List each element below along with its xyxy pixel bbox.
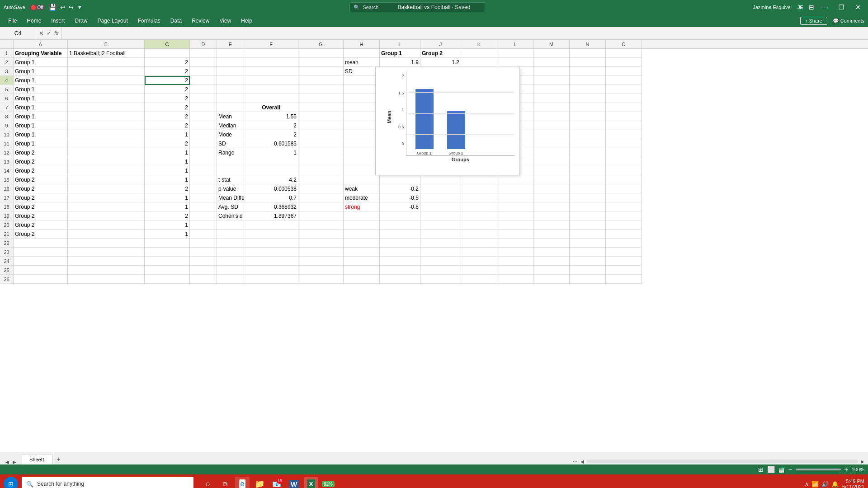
menu-data[interactable]: Data [166,16,186,26]
autosave-toggle[interactable]: 🔴 Off [29,5,45,10]
cell-a3[interactable]: Group 1 [14,67,68,76]
cell-c2[interactable]: 2 [145,58,190,67]
scrollbar-track[interactable] [587,460,858,463]
cell-d1[interactable] [190,49,217,58]
cell-i2[interactable]: 1.9 [380,58,420,67]
col-header-i[interactable]: I [380,40,420,48]
page-layout-icon[interactable]: ⬜ [767,466,775,473]
col-header-d[interactable]: D [190,40,217,48]
cell-b1[interactable]: 1 Basketball; 2 Football [68,49,145,58]
cell-a1[interactable]: Grouping Variable [14,49,68,58]
cell-k1[interactable] [461,49,497,58]
col-header-j[interactable]: J [420,40,461,48]
col-header-e[interactable]: E [217,40,244,48]
cell-b2[interactable] [68,58,145,67]
cell-a2[interactable]: Group 1 [14,58,68,67]
cell-e2[interactable] [217,58,244,67]
cell-e3[interactable] [217,67,244,76]
chart-object[interactable]: Mean 2 1.5 1 0.5 0 [375,67,520,175]
cell-e1[interactable] [217,49,244,58]
zoom-in-icon[interactable]: + [844,466,848,473]
cell-f2[interactable] [244,58,298,67]
word-icon[interactable]: W [287,477,301,488]
battery-icon[interactable]: 82% [321,477,335,488]
cell-d3[interactable] [190,67,217,76]
cell-g1[interactable] [298,49,344,58]
cell-h2[interactable]: mean [344,58,380,67]
volume-icon[interactable]: 🔊 [821,481,829,488]
col-header-l[interactable]: L [497,40,533,48]
cancel-formula-icon[interactable]: ✕ [39,30,44,37]
sheet-options-icon[interactable]: ⋯ [572,458,578,465]
cell-f3[interactable] [244,67,298,76]
col-header-h[interactable]: H [344,40,380,48]
col-header-c[interactable]: C [145,40,190,48]
confirm-formula-icon[interactable]: ✓ [47,30,52,37]
cell-a4[interactable]: Group 1 [14,76,68,85]
save-icon[interactable]: 💾 [49,4,57,11]
add-sheet-button[interactable]: + [53,454,64,465]
ribbon-display-options[interactable]: ⊟ [809,4,814,11]
cell-n1[interactable] [570,49,606,58]
taskbar-search[interactable]: 🔍 Search for anything [22,477,193,488]
excel-icon[interactable]: X [304,477,318,488]
col-header-k[interactable]: K [461,40,497,48]
col-header-m[interactable]: M [533,40,570,48]
chart-bar-group2[interactable]: Group 2 [447,111,465,155]
menu-home[interactable]: Home [22,16,46,26]
cell-g2[interactable] [298,58,344,67]
comments-button[interactable]: 💬 Comments [833,18,864,24]
cell-d2[interactable] [190,58,217,67]
cell-c4[interactable]: 2 [145,76,190,85]
cell-k2[interactable] [461,58,497,67]
sheet-nav-next[interactable]: ▶ [11,460,18,465]
col-header-o[interactable]: O [606,40,642,48]
cell-l1[interactable] [497,49,533,58]
redo-icon[interactable]: ↪ [69,4,74,11]
cell-o2[interactable] [606,58,642,67]
col-header-n[interactable]: N [570,40,606,48]
edge-icon[interactable]: e [235,477,250,488]
menu-formulas[interactable]: Formulas [133,16,165,26]
cell-j1[interactable]: Group 2 [420,49,461,58]
formula-input[interactable] [61,27,868,39]
sheet-nav-prev[interactable]: ◀ [4,460,11,465]
zoom-slider[interactable] [796,469,841,470]
cell-h1[interactable] [344,49,380,58]
cell-c1[interactable] [145,49,190,58]
start-button[interactable]: ⊞ [4,477,18,488]
cell-i1[interactable]: Group 1 [380,49,420,58]
sheet-tab-sheet1[interactable]: Sheet1 [22,455,53,465]
cell-l2[interactable] [497,58,533,67]
cell-c3[interactable]: 2 [145,67,190,76]
menu-insert[interactable]: Insert [47,16,69,26]
zoom-out-icon[interactable]: − [788,466,792,473]
scroll-right-icon[interactable]: ▶ [861,459,864,464]
quick-access-more[interactable]: ▼ [77,5,82,10]
chevron-up-icon[interactable]: ∧ [805,481,809,487]
cortana-icon[interactable]: ○ [201,477,215,488]
time-display[interactable]: 5:49 PM 5/11/2021 [842,479,864,488]
cell-m1[interactable] [533,49,570,58]
cell-j2[interactable]: 1.2 [420,58,461,67]
scroll-left-icon[interactable]: ◀ [580,459,584,464]
cell-m2[interactable] [533,58,570,67]
menu-page-layout[interactable]: Page Layout [93,16,132,26]
col-header-g[interactable]: G [298,40,344,48]
col-header-b[interactable]: B [68,40,145,48]
win-min[interactable]: — [818,4,831,11]
notification-icon[interactable]: 🔔 [831,481,839,488]
win-close[interactable]: ✕ [852,4,864,11]
win-restore[interactable]: ❐ [835,4,848,11]
menu-draw[interactable]: Draw [70,16,92,26]
undo-icon[interactable]: ↩ [60,4,65,11]
menu-help[interactable]: Help [236,16,257,26]
col-header-f[interactable]: F [244,40,298,48]
network-icon[interactable]: 📶 [811,481,819,488]
cell-b4[interactable] [68,76,145,85]
file-explorer-icon[interactable]: 📁 [252,477,267,488]
mail-icon[interactable]: 📧 19 [269,477,284,488]
menu-review[interactable]: Review [187,16,214,26]
cell-g3[interactable] [298,67,344,76]
normal-view-icon[interactable]: ⊞ [758,466,764,473]
